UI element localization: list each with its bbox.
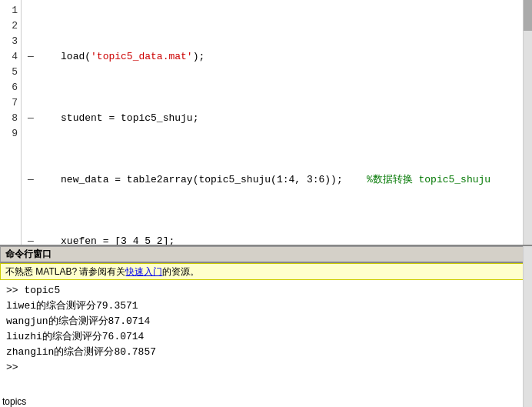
- code-line-1: — load('topic5_data.mat');: [28, 49, 523, 65]
- line-num-9: 9: [0, 126, 21, 142]
- line-num-7: 7: [0, 95, 21, 111]
- cmd-output-line-4: zhanglin的综合测评分80.7857: [6, 345, 526, 360]
- hint-prefix: 不熟悉 MATLAB? 请参阅有关: [5, 265, 125, 279]
- line-num-1: 1: [0, 3, 21, 18]
- code-line-4: — xuefen = [3 4 5 2];: [28, 234, 523, 245]
- hint-suffix: 的资源。: [162, 265, 199, 279]
- cmd-prompt-line: >> topic5: [6, 283, 526, 299]
- line-num-2: 2: [0, 18, 21, 34]
- line-num-4: 4: [0, 49, 21, 65]
- line-numbers: 1 2 3 4 5 6 7 8 9: [0, 0, 22, 245]
- line-num-3: 3: [0, 34, 21, 49]
- editor-scrollbar-thumb[interactable]: [524, 0, 532, 31]
- dash-4: —: [28, 234, 34, 245]
- cmd-final-prompt: >>: [6, 360, 526, 375]
- cmd-title: 命令行窗口: [5, 248, 52, 261]
- code-line-3: — new_data = table2array(topic5_shuju(1:…: [28, 172, 523, 188]
- topics-label: topics: [2, 396, 26, 407]
- cmd-hint-bar: 不熟悉 MATLAB? 请参阅有关 快速入门 的资源。: [0, 263, 532, 280]
- cmd-body[interactable]: >> topic5 liwei的综合测评分79.3571 wangjun的综合测…: [0, 280, 532, 379]
- main-window: 1 2 3 4 5 6 7 8 9 — load('topic5_data.ma…: [0, 0, 532, 407]
- code-line-2: — student = topic5_shuju;: [28, 111, 523, 126]
- cmd-output-line-2: wangjun的综合测评分87.0714: [6, 314, 526, 329]
- line-num-5: 5: [0, 65, 21, 80]
- dash-2: —: [28, 111, 34, 126]
- line-num-8: 8: [0, 111, 21, 126]
- dash-1: —: [28, 49, 34, 65]
- cmd-output-line-3: liuzhi的综合测评分76.0714: [6, 329, 526, 345]
- cmd-prompt: >> topic5: [6, 285, 60, 296]
- cmd-output-line-1: liwei的综合测评分79.3571: [6, 299, 526, 314]
- hint-link[interactable]: 快速入门: [125, 265, 162, 279]
- editor-area: 1 2 3 4 5 6 7 8 9 — load('topic5_data.ma…: [0, 0, 532, 246]
- cmd-scrollbar[interactable]: [523, 246, 532, 407]
- editor-scrollbar[interactable]: [523, 0, 532, 245]
- cmd-header: 命令行窗口: [0, 246, 532, 263]
- line-num-6: 6: [0, 80, 21, 95]
- command-window: 命令行窗口 不熟悉 MATLAB? 请参阅有关 快速入门 的资源。 >> top…: [0, 246, 532, 407]
- dash-3: —: [28, 172, 34, 188]
- code-editor[interactable]: — load('topic5_data.mat'); — student = t…: [22, 0, 523, 245]
